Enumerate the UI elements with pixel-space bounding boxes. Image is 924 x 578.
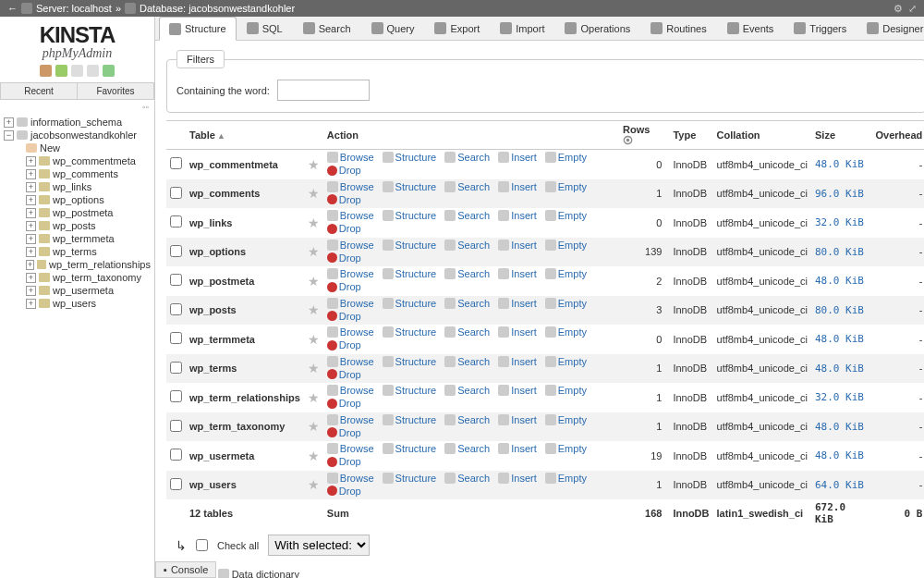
search-action[interactable]: Search bbox=[444, 268, 490, 279]
cell-size[interactable]: 48.0 KiB bbox=[811, 150, 872, 179]
drop-action[interactable]: Drop bbox=[327, 311, 361, 322]
settings-icon[interactable] bbox=[87, 65, 99, 77]
table-name-link[interactable]: wp_term_taxonomy bbox=[189, 421, 285, 432]
search-action[interactable]: Search bbox=[444, 152, 490, 163]
browse-action[interactable]: Browse bbox=[327, 298, 374, 309]
drop-action[interactable]: Drop bbox=[327, 194, 361, 205]
favorite-star-icon[interactable]: ★ bbox=[308, 332, 320, 347]
cell-size[interactable]: 80.0 KiB bbox=[811, 238, 872, 267]
drop-action[interactable]: Drop bbox=[327, 281, 361, 292]
expand-icon[interactable]: + bbox=[26, 247, 36, 257]
cell-size[interactable]: 80.0 KiB bbox=[811, 296, 872, 326]
browse-action[interactable]: Browse bbox=[327, 181, 374, 192]
empty-action[interactable]: Empty bbox=[545, 414, 587, 425]
tab-query[interactable]: Query bbox=[361, 17, 425, 40]
tab-triggers[interactable]: Triggers bbox=[784, 17, 857, 40]
browse-action[interactable]: Browse bbox=[327, 152, 374, 163]
structure-action[interactable]: Structure bbox=[383, 152, 437, 163]
reload-icon[interactable] bbox=[103, 65, 115, 77]
browse-action[interactable]: Browse bbox=[327, 326, 374, 338]
insert-action[interactable]: Insert bbox=[498, 298, 537, 309]
row-checkbox[interactable] bbox=[170, 332, 182, 344]
drop-action[interactable]: Drop bbox=[327, 398, 361, 409]
favorite-star-icon[interactable]: ★ bbox=[308, 244, 320, 259]
row-checkbox[interactable] bbox=[170, 420, 182, 432]
structure-action[interactable]: Structure bbox=[383, 298, 437, 309]
cell-size[interactable]: 48.0 KiB bbox=[811, 325, 872, 354]
structure-action[interactable]: Structure bbox=[383, 181, 437, 192]
structure-action[interactable]: Structure bbox=[383, 356, 437, 367]
data-dictionary-link[interactable]: Data dictionary bbox=[218, 569, 299, 578]
search-action[interactable]: Search bbox=[444, 326, 490, 338]
table-name-link[interactable]: wp_terms bbox=[189, 363, 237, 374]
with-selected-dropdown[interactable]: With selected: bbox=[268, 535, 370, 556]
browse-action[interactable]: Browse bbox=[327, 385, 374, 396]
browse-action[interactable]: Browse bbox=[327, 268, 374, 279]
breadcrumb-server[interactable]: Server: localhost bbox=[36, 3, 112, 14]
drop-action[interactable]: Drop bbox=[327, 339, 361, 350]
col-type[interactable]: Type bbox=[669, 121, 712, 150]
expand-icon[interactable]: + bbox=[26, 234, 36, 244]
drop-action[interactable]: Drop bbox=[327, 223, 361, 234]
col-table[interactable]: Table▲ bbox=[186, 121, 304, 150]
structure-action[interactable]: Structure bbox=[383, 210, 437, 221]
tab-routines[interactable]: Routines bbox=[640, 17, 716, 40]
insert-action[interactable]: Insert bbox=[498, 385, 537, 396]
breadcrumb-database[interactable]: Database: jacobsonwestandkohler bbox=[140, 3, 295, 14]
recent-tab[interactable]: Recent bbox=[0, 83, 78, 100]
collapse-tree-icon[interactable]: ◦◦ bbox=[0, 100, 154, 114]
empty-action[interactable]: Empty bbox=[545, 326, 587, 338]
tab-events[interactable]: Events bbox=[717, 17, 784, 40]
favorite-star-icon[interactable]: ★ bbox=[308, 302, 320, 317]
row-checkbox[interactable] bbox=[170, 274, 182, 286]
browse-action[interactable]: Browse bbox=[327, 240, 374, 251]
browse-action[interactable]: Browse bbox=[327, 443, 374, 454]
drop-action[interactable]: Drop bbox=[327, 486, 361, 497]
drop-action[interactable]: Drop bbox=[327, 252, 361, 264]
col-collation[interactable]: Collation bbox=[713, 121, 811, 150]
tree-table-wp_usermeta[interactable]: +wp_usermeta bbox=[0, 284, 154, 297]
structure-action[interactable]: Structure bbox=[383, 443, 437, 454]
expand-icon[interactable]: + bbox=[4, 117, 14, 128]
expand-icon[interactable]: + bbox=[26, 156, 36, 166]
empty-action[interactable]: Empty bbox=[545, 181, 587, 192]
browse-action[interactable]: Browse bbox=[327, 356, 374, 367]
cell-size[interactable]: 48.0 KiB bbox=[811, 412, 872, 442]
structure-action[interactable]: Structure bbox=[383, 473, 437, 484]
favorite-star-icon[interactable]: ★ bbox=[308, 419, 320, 434]
row-checkbox[interactable] bbox=[170, 303, 182, 315]
insert-action[interactable]: Insert bbox=[498, 443, 537, 454]
favorite-star-icon[interactable]: ★ bbox=[308, 477, 320, 492]
table-name-link[interactable]: wp_posts bbox=[189, 304, 237, 315]
search-action[interactable]: Search bbox=[444, 385, 490, 396]
cell-size[interactable]: 96.0 KiB bbox=[811, 179, 872, 209]
logout-icon[interactable] bbox=[55, 65, 67, 77]
tree-table-wp_links[interactable]: +wp_links bbox=[0, 180, 154, 193]
expand-icon[interactable]: + bbox=[26, 299, 36, 309]
search-action[interactable]: Search bbox=[444, 210, 490, 221]
browse-action[interactable]: Browse bbox=[327, 473, 374, 484]
search-action[interactable]: Search bbox=[444, 443, 490, 454]
cell-size[interactable]: 32.0 KiB bbox=[811, 208, 872, 238]
cell-size[interactable]: 64.0 KiB bbox=[811, 471, 872, 500]
empty-action[interactable]: Empty bbox=[545, 473, 587, 484]
expand-icon[interactable]: + bbox=[26, 260, 34, 270]
tree-db-information-schema[interactable]: + information_schema bbox=[0, 116, 154, 129]
empty-action[interactable]: Empty bbox=[545, 240, 587, 251]
search-action[interactable]: Search bbox=[444, 356, 490, 367]
col-size[interactable]: Size bbox=[811, 121, 872, 150]
cell-size[interactable]: 48.0 KiB bbox=[811, 441, 872, 471]
tab-import[interactable]: Import bbox=[490, 17, 554, 40]
tree-table-wp_posts[interactable]: +wp_posts bbox=[0, 219, 154, 232]
row-checkbox[interactable] bbox=[170, 449, 182, 461]
favorite-star-icon[interactable]: ★ bbox=[308, 390, 320, 405]
row-checkbox[interactable] bbox=[170, 215, 182, 228]
drop-action[interactable]: Drop bbox=[327, 369, 361, 380]
tab-search[interactable]: Search bbox=[293, 17, 361, 40]
empty-action[interactable]: Empty bbox=[545, 356, 587, 367]
favorite-star-icon[interactable]: ★ bbox=[308, 157, 320, 172]
insert-action[interactable]: Insert bbox=[498, 268, 537, 279]
console-toggle[interactable]: ▪ Console bbox=[155, 561, 216, 578]
tree-table-wp_comments[interactable]: +wp_comments bbox=[0, 167, 154, 180]
structure-action[interactable]: Structure bbox=[383, 414, 437, 425]
